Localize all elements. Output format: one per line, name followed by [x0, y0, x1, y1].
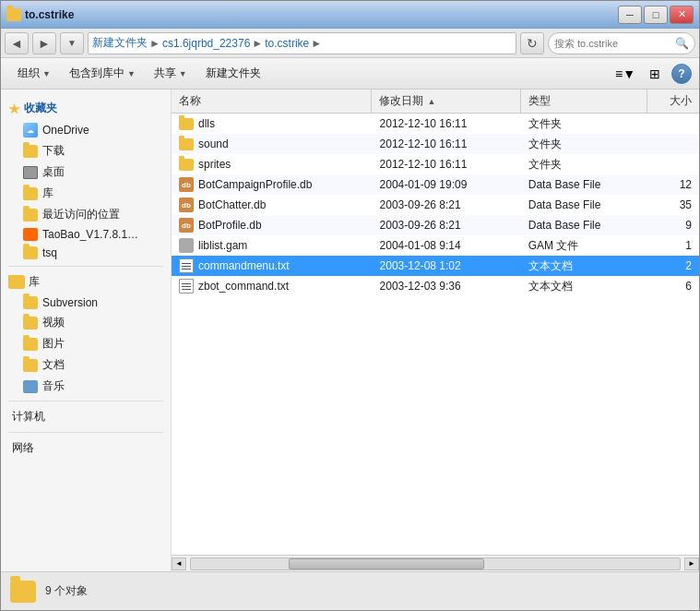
organize-arrow: ▼	[42, 69, 51, 78]
folder-sm-icon	[179, 138, 194, 150]
breadcrumb-item-3[interactable]: to.cstrike	[265, 37, 309, 50]
txt-icon	[179, 279, 194, 294]
column-header-size[interactable]: 大小	[647, 90, 699, 113]
maximize-button[interactable]: □	[644, 6, 668, 24]
onedrive-icon: ☁	[23, 123, 38, 138]
sidebar-item-music[interactable]: 音乐	[1, 376, 171, 397]
refresh-button[interactable]: ↻	[520, 32, 544, 54]
sidebar-divider-1	[8, 266, 163, 267]
dropdown-button[interactable]: ▼	[60, 32, 84, 54]
scroll-left-button[interactable]: ◄	[172, 557, 186, 570]
library-header-icon	[8, 275, 25, 289]
scrollbar-track[interactable]	[190, 557, 681, 570]
sort-arrow: ▲	[427, 97, 435, 106]
close-button[interactable]: ✕	[670, 6, 694, 24]
table-row[interactable]: zbot_command.txt 2003-12-03 9:36 文本文档 6	[172, 276, 699, 296]
sidebar-item-pictures[interactable]: 图片	[1, 333, 171, 354]
sidebar-item-video[interactable]: 视频	[1, 312, 171, 333]
horizontal-scrollbar[interactable]: ◄ ►	[172, 555, 699, 571]
table-row[interactable]: sprites 2012-12-10 16:11 文件夹	[172, 154, 699, 174]
search-input[interactable]	[554, 38, 671, 49]
sidebar-item-tsq[interactable]: tsq	[1, 244, 171, 262]
include-library-arrow: ▼	[127, 69, 136, 78]
new-folder-button[interactable]: 新建文件夹	[196, 61, 270, 87]
sidebar-item-library[interactable]: 库	[1, 183, 171, 204]
network-header[interactable]: 网络	[1, 437, 171, 460]
back-button[interactable]: ◄	[5, 32, 29, 54]
video-icon	[23, 317, 38, 329]
view-toggle-button[interactable]: ≡▼	[612, 63, 638, 85]
download-folder-icon	[23, 145, 38, 158]
db-icon: db	[179, 177, 194, 192]
forward-button[interactable]: ►	[32, 32, 56, 54]
breadcrumb-item-2[interactable]: cs1.6jqrbd_22376	[162, 37, 250, 50]
include-library-button[interactable]: 包含到库中 ▼	[60, 61, 145, 87]
column-header-type[interactable]: 类型	[521, 90, 647, 113]
share-button[interactable]: 共享 ▼	[145, 61, 196, 87]
db-icon: db	[179, 218, 194, 233]
sidebar-item-taobao[interactable]: TaoBao_V1.7.8.10_Wi	[1, 225, 171, 244]
breadcrumb[interactable]: 新建文件夹 ► cs1.6jqrbd_22376 ► to.cstrike ►	[88, 32, 516, 54]
share-arrow: ▼	[179, 69, 187, 78]
library-section-header[interactable]: 库	[1, 270, 171, 294]
desktop-icon	[23, 166, 38, 179]
sidebar-divider-3	[8, 432, 163, 433]
table-row[interactable]: liblist.gam 2004-01-08 9:14 GAM 文件 1	[172, 235, 699, 256]
favorites-section: ★ 收藏夹 ☁ OneDrive 下载 桌面 库	[1, 97, 171, 262]
sidebar-item-recent[interactable]: 最近访问的位置	[1, 204, 171, 225]
help-button[interactable]: ?	[671, 64, 692, 84]
toolbar: 组织 ▼ 包含到库中 ▼ 共享 ▼ 新建文件夹 ≡▼ ⊞ ?	[1, 58, 699, 90]
main-content: ★ 收藏夹 ☁ OneDrive 下载 桌面 库	[1, 90, 699, 571]
scrollbar-thumb[interactable]	[289, 558, 484, 569]
table-row[interactable]: db BotChatter.db 2003-09-26 8:21 Data Ba…	[172, 195, 699, 215]
details-view-button[interactable]: ⊞	[642, 63, 668, 85]
search-box[interactable]: 🔍	[548, 32, 695, 54]
music-icon	[23, 380, 38, 393]
table-row[interactable]: commandmenu.txt 2003-12-08 1:02 文本文档 2	[172, 256, 699, 276]
status-bar: 9 个对象	[1, 571, 699, 610]
folder-sm-icon	[179, 159, 194, 171]
folder-icon	[6, 8, 21, 21]
minimize-button[interactable]: ─	[618, 6, 642, 24]
column-header-name[interactable]: 名称	[172, 90, 372, 113]
sidebar-divider-2	[8, 401, 163, 401]
status-folder-icon	[10, 581, 36, 603]
window-controls: ─ □ ✕	[618, 6, 694, 24]
star-icon: ★	[8, 102, 20, 116]
pictures-icon	[23, 338, 38, 351]
documents-icon	[23, 359, 38, 372]
column-header-date[interactable]: 修改日期 ▲	[372, 90, 520, 113]
sidebar-item-onedrive[interactable]: ☁ OneDrive	[1, 120, 171, 140]
sidebar-item-subversion[interactable]: Subversion	[1, 294, 171, 312]
txt-icon	[179, 258, 194, 273]
gam-icon	[179, 238, 194, 253]
table-row[interactable]: db BotCampaignProfile.db 2004-01-09 19:0…	[172, 174, 699, 195]
sidebar-item-download[interactable]: 下载	[1, 140, 171, 162]
file-list-header: 名称 修改日期 ▲ 类型 大小	[172, 90, 699, 114]
tsq-folder-icon	[23, 246, 38, 259]
status-text: 9 个对象	[45, 583, 88, 599]
table-row[interactable]: dlls 2012-12-10 16:11 文件夹	[172, 114, 699, 134]
file-list: dlls 2012-12-10 16:11 文件夹 sound 2012-12-…	[172, 114, 699, 555]
organize-button[interactable]: 组织 ▼	[8, 61, 60, 87]
subversion-icon	[23, 296, 38, 309]
breadcrumb-item-1[interactable]: 新建文件夹	[92, 35, 148, 51]
recent-folder-icon	[23, 209, 38, 222]
file-list-container: 名称 修改日期 ▲ 类型 大小 dlls	[172, 90, 699, 571]
window-title: to.cstrike	[25, 8, 74, 21]
taobao-icon	[23, 228, 38, 241]
table-row[interactable]: db BotProfile.db 2003-09-26 8:21 Data Ba…	[172, 215, 699, 235]
favorites-header[interactable]: ★ 收藏夹	[1, 97, 171, 120]
computer-header[interactable]: 计算机	[1, 405, 171, 428]
sidebar-item-documents[interactable]: 文档	[1, 354, 171, 376]
scroll-right-button[interactable]: ►	[684, 557, 699, 570]
folder-sm-icon	[179, 118, 194, 130]
sidebar-item-desktop[interactable]: 桌面	[1, 162, 171, 183]
library-folder-icon	[23, 187, 38, 200]
library-section: 库 Subversion 视频 图片 文档	[1, 270, 171, 397]
computer-section: 计算机	[1, 405, 171, 428]
network-section: 网络	[1, 437, 171, 460]
title-bar: to.cstrike ─ □ ✕	[1, 1, 699, 29]
table-row[interactable]: sound 2012-12-10 16:11 文件夹	[172, 134, 699, 154]
sidebar: ★ 收藏夹 ☁ OneDrive 下载 桌面 库	[1, 90, 172, 571]
